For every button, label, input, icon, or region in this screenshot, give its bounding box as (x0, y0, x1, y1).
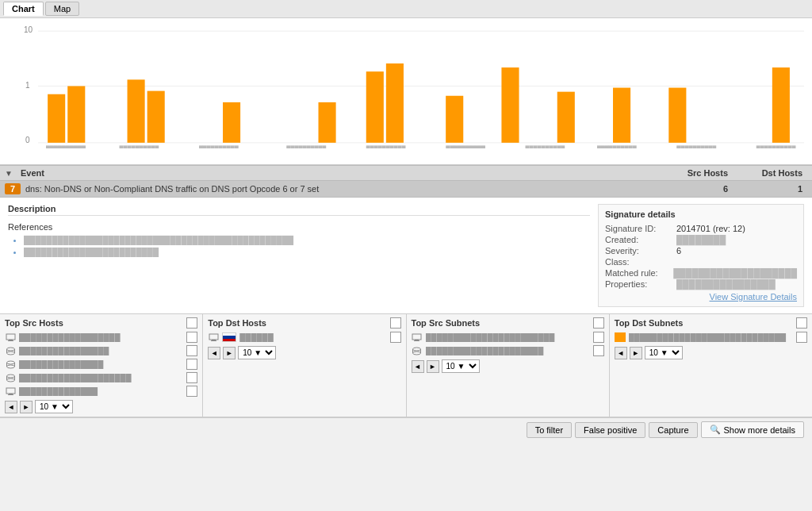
svg-point-36 (6, 352, 14, 355)
top-src-checkbox[interactable] (186, 317, 197, 328)
svg-rect-30 (6, 334, 15, 340)
svg-rect-32 (8, 340, 13, 341)
host-row-checkbox[interactable] (186, 386, 197, 397)
svg-rect-46 (9, 394, 13, 394)
detail-left: Description References █████████████████… (8, 204, 590, 307)
references-list: ████████████████████████████████████████… (8, 235, 590, 256)
dst-hosts-pagination: ◄ ► 10 ▼ (208, 346, 400, 359)
ref-item-1[interactable]: ████████████████████████████████████████… (24, 235, 590, 244)
capture-button[interactable]: Capture (649, 422, 697, 438)
search-icon: 🔍 (710, 425, 721, 435)
svg-text:0: 0 (25, 136, 30, 144)
next-page-button[interactable]: ► (20, 401, 33, 413)
sort-arrow: ▼ (5, 169, 21, 178)
svg-rect-52 (415, 340, 419, 340)
svg-rect-31 (9, 340, 13, 340)
host-row-checkbox[interactable] (186, 332, 197, 343)
top-src-subnets-checkbox[interactable] (593, 317, 604, 328)
svg-text:██████████: ██████████ (446, 145, 486, 148)
page-size-select[interactable]: 10 ▼ (35, 400, 73, 413)
list-item: ████████████████████ (5, 372, 197, 383)
svg-rect-9 (147, 91, 165, 143)
top-dst-checkbox[interactable] (390, 317, 401, 328)
sig-id-value: 2014701 (rev: 12) (676, 224, 797, 233)
dst-subnets-pagination: ◄ ► 10 ▼ (615, 346, 807, 359)
host-name: █████████████████████ (426, 347, 590, 355)
svg-rect-19 (772, 67, 790, 143)
host-name: ████████████████████████████ (629, 333, 793, 342)
tab-map[interactable]: Map (45, 2, 79, 16)
computer-icon (412, 332, 423, 342)
svg-rect-48 (209, 334, 218, 340)
top-dst-subnets-title: Top Dst Subnets (615, 318, 684, 328)
prev-page-button[interactable]: ◄ (208, 347, 220, 359)
prev-page-button[interactable]: ◄ (5, 401, 17, 413)
host-name: ██████ (239, 333, 386, 342)
svg-rect-6 (48, 94, 65, 143)
host-tables: Top Src Hosts ██████████████████ ███████… (0, 314, 812, 417)
top-dst-hosts-table: Top Dst Hosts ██████ ◄ ► 10 ▼ (203, 314, 406, 417)
top-dst-subnets-checkbox[interactable] (796, 317, 807, 328)
svg-rect-50 (211, 340, 216, 341)
svg-point-37 (6, 361, 14, 364)
page-size-select[interactable]: 10 ▼ (238, 346, 276, 359)
detail-area: Description References █████████████████… (0, 198, 812, 314)
view-signature-link[interactable]: View Signature Details (605, 292, 797, 302)
host-row-checkbox[interactable] (593, 345, 604, 356)
svg-rect-45 (6, 388, 15, 394)
svg-rect-15 (501, 67, 519, 143)
prev-page-button[interactable]: ◄ (412, 360, 424, 373)
to-filter-button[interactable]: To filter (527, 422, 572, 438)
tab-chart[interactable]: Chart (3, 2, 44, 16)
ref-item-2[interactable]: ████████████████████████ (24, 247, 590, 256)
list-item: ██████████████████ (5, 332, 197, 343)
host-row-checkbox[interactable] (796, 332, 807, 343)
svg-point-54 (413, 348, 421, 351)
svg-rect-49 (212, 340, 216, 340)
chart-svg: 10 1 0 ██████████ ██████████ ██████████ … (24, 23, 804, 148)
event-src-count: 6 (633, 184, 728, 194)
svg-text:1: 1 (25, 80, 30, 89)
svg-rect-11 (319, 102, 336, 143)
sig-id-label: Signature ID: (605, 224, 676, 233)
host-name: ███████████████████████ (426, 333, 590, 342)
svg-rect-8 (128, 79, 145, 143)
show-more-details-button[interactable]: 🔍 Show more details (701, 421, 805, 438)
src-subnets-pagination: ◄ ► 10 ▼ (412, 359, 604, 373)
svg-text:██████████: ██████████ (526, 145, 566, 148)
computer-icon (5, 386, 16, 396)
event-dst-count: 1 (728, 184, 807, 194)
host-name: ██████████████ (19, 387, 183, 396)
event-row[interactable]: 7 dns: Non-DNS or Non-Compliant DNS traf… (0, 181, 812, 198)
false-positive-button[interactable]: False positive (575, 422, 645, 438)
sig-class-value (676, 257, 797, 267)
host-row-checkbox[interactable] (186, 372, 197, 383)
host-row-checkbox[interactable] (186, 345, 197, 356)
col-src-label: Src Hosts (633, 168, 728, 178)
description-title: Description (8, 204, 590, 216)
top-src-subnets-title: Top Src Subnets (412, 318, 481, 328)
detail-references: References █████████████████████████████… (8, 222, 590, 256)
prev-page-button[interactable]: ◄ (615, 347, 627, 359)
list-item: █████████████████████ (412, 345, 604, 356)
sig-created-value: ████████ (676, 235, 797, 244)
host-row-checkbox[interactable] (186, 359, 197, 370)
host-row-checkbox[interactable] (593, 332, 604, 343)
host-row-checkbox[interactable] (390, 332, 401, 343)
top-src-hosts-title: Top Src Hosts (5, 318, 63, 328)
next-page-button[interactable]: ► (223, 347, 236, 359)
next-page-button[interactable]: ► (630, 347, 642, 359)
top-dst-hosts-title: Top Dst Hosts (208, 318, 266, 328)
list-item: ██████ (208, 332, 400, 343)
host-name: ████████████████████ (19, 374, 183, 382)
page-size-select[interactable]: 10 ▼ (645, 346, 683, 359)
signature-details: Signature details Signature ID: 2014701 … (598, 204, 804, 307)
next-page-button[interactable]: ► (427, 360, 439, 373)
database-icon (5, 373, 16, 382)
list-item: ██████████████ (5, 386, 197, 397)
list-item: ███████████████ (5, 359, 197, 370)
svg-rect-13 (386, 63, 404, 143)
svg-point-44 (6, 378, 14, 382)
references-title: References (8, 222, 590, 232)
page-size-select[interactable]: 10 ▼ (442, 359, 480, 373)
